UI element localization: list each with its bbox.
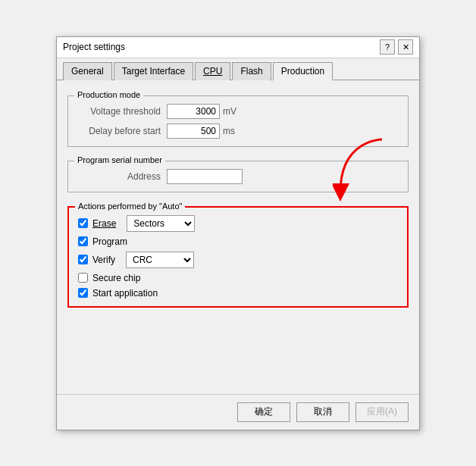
tab-flash[interactable]: Flash: [232, 62, 271, 80]
verify-row: Verify CRC Read-back: [78, 252, 398, 268]
start-app-row: Start application: [78, 288, 398, 299]
tab-target-interface[interactable]: Target Interface: [114, 62, 193, 80]
cancel-button[interactable]: 取消: [296, 402, 349, 422]
arrow-wrapper: Actions performed by "Auto" Erase Sector…: [67, 200, 409, 308]
erase-label[interactable]: Erase: [92, 218, 116, 229]
address-input[interactable]: [167, 169, 243, 184]
voltage-input[interactable]: [167, 104, 220, 119]
dialog-title: Project settings: [63, 42, 125, 52]
voltage-row: Voltage threshold mV: [77, 104, 399, 119]
delay-unit: ms: [223, 126, 235, 136]
delay-input[interactable]: [167, 124, 220, 139]
address-row: Address: [77, 169, 399, 184]
program-label[interactable]: Program: [92, 236, 127, 247]
erase-dropdown-wrapper: Sectors Chip Skip: [127, 215, 195, 232]
verify-label[interactable]: Verify: [92, 255, 115, 265]
auto-actions-group: Actions performed by "Auto" Erase Sector…: [67, 206, 409, 308]
address-label: Address: [77, 171, 161, 182]
verify-dropdown[interactable]: CRC Read-back: [126, 252, 194, 268]
voltage-unit: mV: [223, 106, 236, 117]
start-app-label[interactable]: Start application: [92, 288, 158, 299]
erase-checkbox[interactable]: [78, 218, 88, 228]
delay-row: Delay before start ms: [77, 124, 399, 139]
production-mode-label: Production mode: [74, 90, 143, 99]
auto-actions-label: Actions performed by "Auto": [75, 202, 185, 211]
production-mode-group: Production mode Voltage threshold mV Del…: [67, 95, 409, 147]
close-button[interactable]: ✕: [398, 39, 413, 55]
footer: 确定 取消 应用(A): [57, 394, 419, 430]
ok-button[interactable]: 确定: [237, 402, 290, 422]
erase-row: Erase Sectors Chip Skip: [78, 215, 398, 232]
secure-chip-row: Secure chip: [78, 273, 398, 283]
secure-chip-label[interactable]: Secure chip: [92, 273, 140, 283]
project-settings-dialog: Project settings ? ✕ General Target Inte…: [56, 36, 420, 430]
verify-checkbox[interactable]: [78, 255, 88, 264]
delay-label: Delay before start: [77, 126, 161, 136]
start-app-checkbox[interactable]: [78, 288, 88, 298]
title-bar: Project settings ? ✕: [57, 37, 419, 58]
tab-cpu[interactable]: CPU: [195, 62, 230, 80]
serial-number-group: Program serial number Address: [67, 161, 409, 192]
help-button[interactable]: ?: [380, 39, 395, 55]
verify-dropdown-wrapper: CRC Read-back: [126, 252, 194, 268]
erase-dropdown[interactable]: Sectors Chip Skip: [127, 215, 195, 232]
program-checkbox[interactable]: [78, 236, 88, 246]
program-row: Program: [78, 236, 398, 247]
secure-chip-checkbox[interactable]: [78, 273, 88, 283]
tab-general[interactable]: General: [63, 62, 112, 80]
apply-button[interactable]: 应用(A): [355, 402, 409, 422]
serial-number-label: Program serial number: [74, 155, 165, 164]
tab-bar: General Target Interface CPU Flash Produ…: [57, 58, 419, 80]
title-bar-controls: ? ✕: [380, 39, 413, 55]
voltage-label: Voltage threshold: [77, 106, 161, 117]
tab-production[interactable]: Production: [273, 62, 333, 80]
content-area: Production mode Voltage threshold mV Del…: [57, 80, 419, 394]
